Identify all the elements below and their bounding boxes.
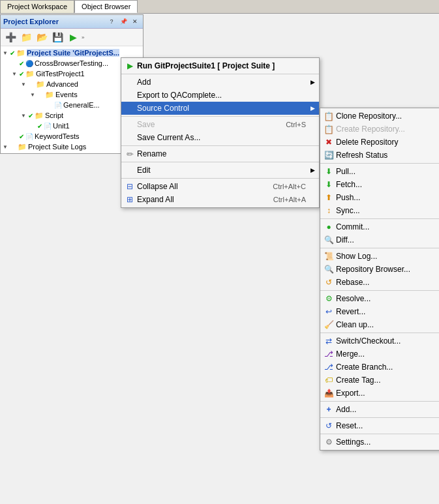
source-control-label: Source Control	[137, 104, 189, 113]
tree-item-project-suite[interactable]: ▼ ✔ 📁 Project Suite 'GitProjectS...	[1, 48, 143, 58]
menu-item-pull[interactable]: ⬇ Pull...	[320, 165, 439, 178]
menu-item-fetch[interactable]: ⬇ Fetch...	[320, 178, 439, 191]
menu-item-revert[interactable]: ↩ Revert...	[320, 305, 439, 318]
rename-icon: ✏	[124, 148, 136, 160]
menu-item-collapse[interactable]: ⊟ Collapse All Ctrl+Alt+C	[121, 180, 319, 193]
run-icon: ▶	[124, 60, 136, 72]
menu-item-diff[interactable]: 🔍 Diff...	[320, 233, 439, 246]
save-shortcut: Ctrl+S	[266, 121, 306, 128]
separator	[320, 290, 439, 291]
expand-icon[interactable]	[28, 121, 37, 130]
save-as-label: Save Current As...	[137, 133, 200, 142]
separator	[320, 434, 439, 434]
expand-icon[interactable]	[10, 132, 19, 141]
menu-item-clone[interactable]: 📋 Clone Repository...	[320, 110, 439, 123]
menu-item-merge[interactable]: ⎇ Merge...	[320, 348, 439, 361]
menu-item-rebase[interactable]: ↺ Rebase...	[320, 276, 439, 289]
expand-icon[interactable]: ▼	[1, 142, 10, 151]
run-button[interactable]: ▶	[66, 30, 80, 44]
toolbar-more-chevron[interactable]: »	[82, 35, 84, 40]
sync-icon: ↕	[323, 205, 335, 216]
check-icon: ✔	[28, 112, 33, 119]
expand-icon[interactable]	[10, 59, 19, 68]
folder-icon: 📁	[45, 91, 54, 99]
menu-item-commit[interactable]: ● Commit...	[320, 220, 439, 233]
menu-item-sync[interactable]: ↕ Sync...	[320, 204, 439, 217]
delete-repo-label: Delete Repository	[336, 138, 398, 147]
expand-icon[interactable]: ▼	[10, 69, 19, 78]
check-icon: ✔	[37, 123, 42, 130]
menu-item-settings[interactable]: ⚙ Settings...	[320, 436, 439, 449]
menu-item-switch[interactable]: ⇄ Switch/Checkout...	[320, 334, 439, 348]
menu-item-push[interactable]: ⬆ Push...	[320, 191, 439, 204]
menu-item-add[interactable]: Add ▶	[121, 76, 319, 89]
expand-icon[interactable]: ▼	[28, 90, 37, 99]
help-button[interactable]: ?	[106, 16, 117, 27]
separator	[320, 218, 439, 219]
add-folder-button[interactable]: 📁	[19, 30, 33, 44]
menu-item-export[interactable]: 📤 Export...	[320, 387, 439, 400]
menu-item-source-control[interactable]: Source Control ▶	[121, 102, 319, 115]
reset-icon: ↺	[323, 420, 335, 432]
push-icon: ⬆	[323, 192, 335, 203]
menu-item-add[interactable]: + Add...	[320, 403, 439, 416]
menu-item-delete-repo[interactable]: ✖ Delete Repository	[320, 136, 439, 149]
close-button[interactable]: ✕	[130, 16, 140, 27]
add-project-button[interactable]: ➕	[3, 30, 18, 44]
fetch-label: Fetch...	[336, 180, 362, 189]
menu-item-rename[interactable]: ✏ Rename	[121, 147, 319, 160]
clean-up-label: Clean up...	[336, 320, 374, 329]
menu-item-edit[interactable]: Edit ▶	[121, 164, 319, 177]
menu-item-create-branch[interactable]: ⎇ Create Branch...	[320, 361, 439, 374]
save-button[interactable]: 💾	[50, 30, 65, 44]
expand-label: Expand All	[137, 195, 174, 204]
tree-label: GeneralE...	[63, 101, 100, 109]
pull-label: Pull...	[336, 167, 356, 176]
menu-item-resolve[interactable]: ⚙ Resolve...	[320, 292, 439, 305]
menu-item-show-log[interactable]: 📜 Show Log...	[320, 250, 439, 263]
menu-item-run[interactable]: ▶ Run GitProjectSuite1 [ Project Suite ]	[121, 59, 319, 72]
folder-icon: 📁	[18, 143, 27, 151]
tree-label: Events	[55, 91, 78, 98]
clone-icon: 📋	[323, 110, 335, 122]
menu-item-clean-up[interactable]: 🧹 Clean up...	[320, 318, 439, 331]
export-label: Export to QAComplete...	[137, 91, 222, 100]
tree-label: Project Suite 'GitProjectS...	[27, 49, 119, 57]
save-label: Save	[137, 120, 155, 129]
refresh-label: Refresh Status	[336, 151, 387, 160]
menu-item-expand[interactable]: ⊞ Expand All Ctrl+Alt+A	[121, 193, 319, 206]
pull-icon: ⬇	[323, 166, 335, 177]
panel-icon-buttons: ? 📌 ✕	[106, 16, 140, 27]
settings-icon: ⚙	[323, 436, 335, 448]
fetch-icon: ⬇	[323, 179, 335, 190]
file-icon: 📄	[54, 102, 62, 109]
expand-icon[interactable]	[37, 100, 46, 110]
add-label: Add	[137, 78, 151, 87]
pin-button[interactable]: 📌	[118, 16, 129, 27]
commit-icon: ●	[323, 221, 335, 233]
diff-icon: 🔍	[323, 234, 335, 246]
expand-icon[interactable]: ▼	[1, 48, 10, 57]
separator	[121, 178, 319, 179]
expand-icon[interactable]: ▼	[19, 111, 28, 120]
clone-label: Clone Repository...	[336, 111, 402, 121]
menu-item-repo-browser[interactable]: 🔍 Repository Browser...	[320, 263, 439, 276]
panel-header: Project Explorer ? 📌 ✕	[1, 15, 143, 29]
add-icon: +	[323, 404, 335, 415]
menu-item-reset[interactable]: ↺ Reset...	[320, 419, 439, 432]
separator	[320, 401, 439, 402]
open-button[interactable]: 📂	[35, 30, 49, 44]
menu-item-export[interactable]: Export to QAComplete...	[121, 89, 319, 102]
menu-item-create-tag[interactable]: 🏷 Create Tag...	[320, 374, 439, 387]
menu-item-save-as[interactable]: Save Current As...	[121, 131, 319, 144]
create-tag-label: Create Tag...	[336, 376, 380, 385]
expand-icon[interactable]: ▼	[19, 80, 28, 89]
tree-label: GitTestProject1	[36, 70, 85, 78]
menu-item-refresh[interactable]: 🔄 Refresh Status	[320, 149, 439, 162]
tab-object-browser[interactable]: Object Browser	[74, 0, 138, 13]
folder-icon: 📁	[25, 70, 35, 78]
sync-label: Sync...	[336, 206, 360, 215]
tab-bar: Project Workspace Object Browser	[0, 0, 439, 14]
tab-project-workspace[interactable]: Project Workspace	[0, 0, 74, 13]
file-icon: 📄	[25, 133, 33, 140]
